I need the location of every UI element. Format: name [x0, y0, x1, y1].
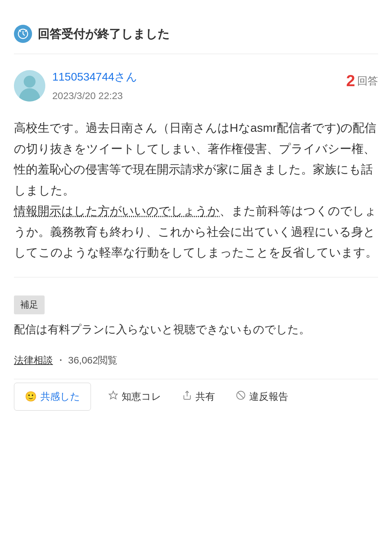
empathy-label: 共感した: [40, 390, 80, 403]
answer-count: 2 回答: [346, 68, 378, 94]
share-button[interactable]: 共有: [172, 383, 225, 410]
username-link[interactable]: 1150534744さん: [52, 68, 137, 86]
status-banner: 回答受付が終了しました: [14, 14, 378, 54]
views-count: 36,062閲覧: [68, 355, 118, 366]
meta-separator: ・: [56, 355, 68, 366]
empathy-icon: 🙂: [25, 391, 37, 402]
category-link[interactable]: 法律相談: [14, 355, 53, 366]
report-icon: [236, 390, 246, 403]
supplement-section: 補足 配信は有料プランに入らないと視聴できないものでした。: [14, 295, 378, 339]
status-text: 回答受付が終了しました: [38, 24, 170, 43]
question-text-line1: 高校生です。過去日南さん（日南さんはHなasmr配信者です)の配信の切り抜きをツ…: [14, 121, 376, 197]
user-info: 1150534744さん 2023/3/20 22:23: [14, 68, 137, 104]
clock-icon: [14, 25, 32, 43]
empathy-button[interactable]: 🙂 共感した: [14, 383, 91, 411]
supplement-text: 配信は有料プランに入らないと視聴できないものでした。: [14, 320, 378, 339]
share-icon: [182, 390, 192, 403]
answer-number: 2: [346, 68, 355, 94]
share-label: 共有: [195, 390, 215, 403]
user-details: 1150534744さん 2023/3/20 22:23: [52, 68, 137, 104]
avatar: [14, 70, 45, 102]
timestamp: 2023/3/20 22:23: [52, 88, 137, 104]
star-icon: [108, 390, 118, 403]
question-body: 高校生です。過去日南さん（日南さんはHなasmr配信者です)の配信の切り抜きをツ…: [14, 118, 378, 263]
question-text-line2: 情報開示はした方がいいのでしょうか: [14, 204, 220, 217]
answer-label: 回答: [357, 73, 378, 89]
supplement-badge: 補足: [14, 295, 45, 314]
report-button[interactable]: 違反報告: [225, 383, 299, 410]
report-label: 違反報告: [249, 390, 288, 403]
question-header: 1150534744さん 2023/3/20 22:23 2 回答: [14, 68, 378, 104]
svg-marker-1: [109, 391, 117, 399]
collection-button[interactable]: 知恵コレ: [98, 383, 172, 410]
svg-line-4: [238, 392, 244, 398]
action-bar: 🙂 共感した 知恵コレ 共有: [14, 379, 378, 418]
meta-line: 法律相談 ・ 36,062閲覧: [14, 353, 378, 368]
collection-label: 知恵コレ: [122, 390, 161, 403]
